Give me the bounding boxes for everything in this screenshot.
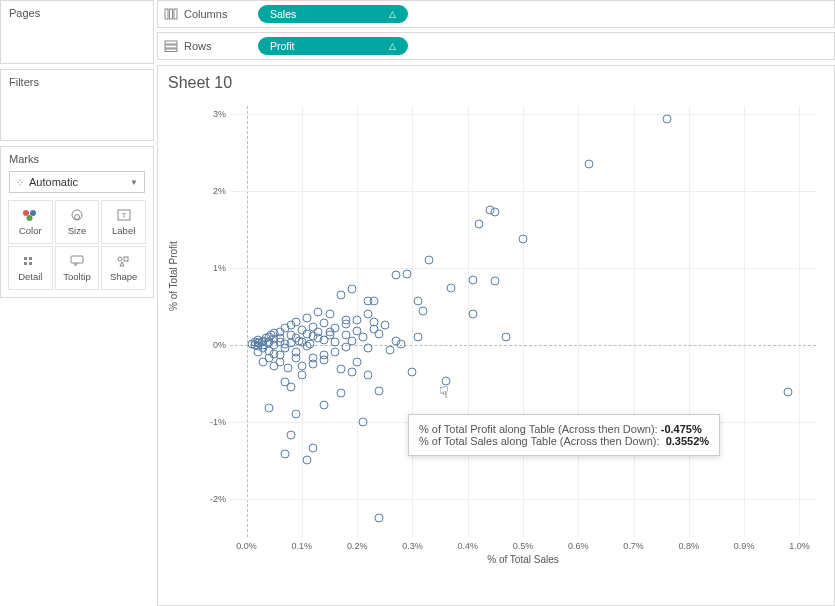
data-point[interactable]	[336, 290, 345, 299]
data-point[interactable]	[413, 296, 422, 305]
marks-tooltip[interactable]: Tooltip	[55, 246, 100, 290]
data-point[interactable]	[308, 359, 317, 368]
data-point[interactable]	[491, 276, 500, 285]
sheet-title[interactable]: Sheet 10	[168, 74, 824, 92]
cursor-icon: ☟	[439, 383, 449, 402]
data-point[interactable]	[358, 332, 367, 341]
data-point[interactable]	[469, 309, 478, 318]
data-point[interactable]	[447, 283, 456, 292]
data-point[interactable]	[519, 235, 528, 244]
data-point[interactable]	[364, 344, 373, 353]
data-point[interactable]	[286, 431, 295, 440]
marks-grid: Color Size T Label Detail Tooltip	[1, 199, 153, 297]
data-point[interactable]	[358, 417, 367, 426]
marks-shape[interactable]: Shape	[101, 246, 146, 290]
rows-pill[interactable]: Profit △	[258, 37, 408, 55]
data-point[interactable]	[308, 444, 317, 453]
y-tick: 1%	[200, 263, 226, 273]
data-point[interactable]	[264, 403, 273, 412]
data-point[interactable]	[474, 219, 483, 228]
x-tick: 0.5%	[513, 541, 534, 551]
x-axis-title[interactable]: % of Total Sales	[487, 554, 559, 565]
data-point[interactable]	[375, 386, 384, 395]
data-point[interactable]	[347, 336, 356, 345]
data-point[interactable]	[275, 357, 284, 366]
data-point[interactable]	[303, 456, 312, 465]
marks-color[interactable]: Color	[8, 200, 53, 244]
data-point[interactable]	[419, 307, 428, 316]
data-point[interactable]	[662, 115, 671, 124]
data-point[interactable]	[286, 330, 295, 339]
data-point[interactable]	[391, 336, 400, 345]
data-point[interactable]	[353, 357, 362, 366]
marks-panel: Marks ⁘ Automatic ▼ Color Size T	[0, 146, 154, 298]
data-point[interactable]	[297, 362, 306, 371]
data-point[interactable]	[353, 315, 362, 324]
data-point[interactable]	[347, 367, 356, 376]
pages-panel[interactable]: Pages	[0, 0, 154, 64]
data-point[interactable]	[325, 309, 334, 318]
data-point[interactable]	[314, 308, 323, 317]
columns-pill[interactable]: Sales △	[258, 5, 408, 23]
svg-rect-9	[24, 262, 27, 265]
filters-panel[interactable]: Filters	[0, 69, 154, 141]
marks-detail[interactable]: Detail	[8, 246, 53, 290]
data-point[interactable]	[491, 208, 500, 217]
y-axis-title[interactable]: % of Total Profit	[168, 241, 179, 311]
x-tick: 0.2%	[347, 541, 368, 551]
data-point[interactable]	[331, 323, 340, 332]
data-point[interactable]	[369, 317, 378, 326]
data-point[interactable]	[336, 389, 345, 398]
data-point[interactable]	[375, 329, 384, 338]
data-point[interactable]	[784, 388, 793, 397]
y-tick: -2%	[200, 494, 226, 504]
data-point[interactable]	[292, 409, 301, 418]
x-tick: 0.6%	[568, 541, 589, 551]
data-point[interactable]	[402, 269, 411, 278]
data-point[interactable]	[319, 319, 328, 328]
data-point[interactable]	[408, 367, 417, 376]
data-point[interactable]	[264, 354, 273, 363]
data-point[interactable]	[441, 377, 450, 386]
data-point[interactable]	[585, 159, 594, 168]
data-point[interactable]	[281, 449, 290, 458]
rows-shelf[interactable]: Rows Profit △	[157, 32, 835, 60]
data-point[interactable]	[303, 314, 312, 323]
data-point[interactable]	[391, 271, 400, 280]
data-point[interactable]	[284, 363, 293, 372]
data-point[interactable]	[297, 371, 306, 380]
data-point[interactable]	[413, 332, 422, 341]
viz-container: Sheet 10 % of Total Profit % of Total Sa…	[157, 65, 835, 606]
data-point[interactable]	[364, 371, 373, 380]
data-point[interactable]	[258, 337, 267, 346]
data-point[interactable]	[319, 400, 328, 409]
data-point[interactable]	[331, 348, 340, 357]
data-point[interactable]	[319, 355, 328, 364]
data-point[interactable]	[281, 339, 290, 348]
tooltip: % of Total Profit along Table (Across th…	[408, 414, 720, 456]
data-point[interactable]	[306, 339, 315, 348]
data-point[interactable]	[502, 332, 511, 341]
chart-area[interactable]: % of Total Profit % of Total Sales 0.0%0…	[188, 106, 824, 575]
data-point[interactable]	[331, 337, 340, 346]
data-point[interactable]	[295, 336, 304, 345]
mark-type-select[interactable]: ⁘ Automatic ▼	[9, 171, 145, 193]
svg-point-0	[23, 210, 29, 216]
data-point[interactable]	[314, 327, 323, 336]
svg-point-2	[27, 215, 33, 221]
data-point[interactable]	[380, 321, 389, 330]
marks-size[interactable]: Size	[55, 200, 100, 244]
shape-icon	[115, 254, 133, 268]
data-point[interactable]	[336, 365, 345, 374]
data-point[interactable]	[425, 255, 434, 264]
data-point[interactable]	[469, 275, 478, 284]
data-point[interactable]	[386, 345, 395, 354]
columns-shelf[interactable]: Columns Sales △	[157, 0, 835, 28]
scatter-plot[interactable]: % of Total Sales 0.0%0.1%0.2%0.3%0.4%0.5…	[230, 106, 816, 537]
data-point[interactable]	[342, 315, 351, 324]
data-point[interactable]	[347, 285, 356, 294]
data-point[interactable]	[369, 297, 378, 306]
marks-label[interactable]: T Label	[101, 200, 146, 244]
data-point[interactable]	[375, 513, 384, 522]
data-point[interactable]	[286, 382, 295, 391]
